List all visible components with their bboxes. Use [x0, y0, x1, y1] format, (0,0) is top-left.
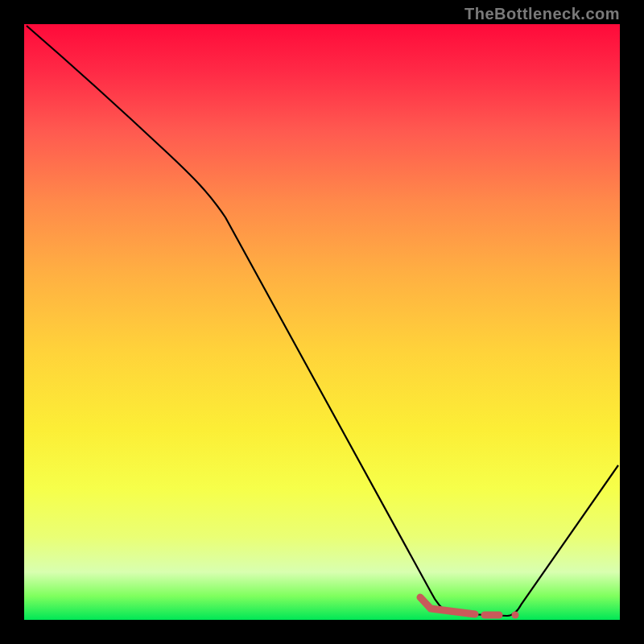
chart-svg: [24, 24, 620, 620]
svg-point-0: [512, 612, 519, 619]
chart-stage: TheBottleneck.com: [0, 0, 644, 644]
bottleneck-curve: [27, 26, 618, 616]
plot-area: [24, 24, 620, 620]
attribution-label: TheBottleneck.com: [464, 5, 620, 23]
